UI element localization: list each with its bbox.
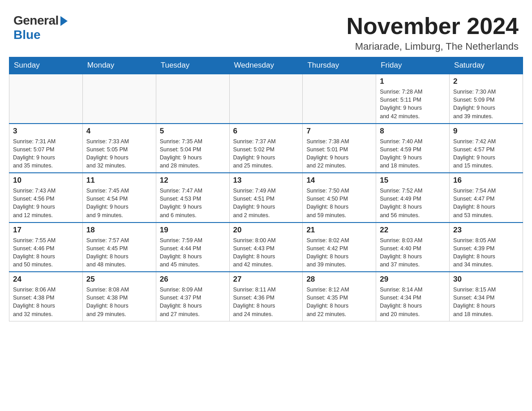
calendar-cell xyxy=(303,74,376,124)
location-subtitle: Mariarade, Limburg, The Netherlands xyxy=(347,41,519,52)
day-number: 1 xyxy=(380,77,446,86)
day-info: Sunrise: 8:14 AMSunset: 4:34 PMDaylight:… xyxy=(380,286,446,318)
day-number: 13 xyxy=(233,176,299,185)
calendar-cell: 13Sunrise: 7:49 AMSunset: 4:51 PMDayligh… xyxy=(229,173,303,223)
day-info: Sunrise: 7:30 AMSunset: 5:09 PMDaylight:… xyxy=(453,88,519,120)
day-number: 21 xyxy=(306,226,372,235)
day-number: 19 xyxy=(160,226,226,235)
day-info: Sunrise: 8:03 AMSunset: 4:40 PMDaylight:… xyxy=(380,236,446,269)
week-row-2: 3Sunrise: 7:31 AMSunset: 5:07 PMDaylight… xyxy=(9,124,523,173)
calendar-cell: 28Sunrise: 8:12 AMSunset: 4:35 PMDayligh… xyxy=(303,272,376,321)
day-number: 27 xyxy=(233,275,299,284)
col-header-monday: Monday xyxy=(82,57,156,74)
calendar-cell: 2Sunrise: 7:30 AMSunset: 5:09 PMDaylight… xyxy=(450,74,523,124)
calendar-cell: 29Sunrise: 8:14 AMSunset: 4:34 PMDayligh… xyxy=(376,272,450,321)
day-number: 10 xyxy=(13,176,79,185)
title-block: November 2024 Mariarade, Limburg, The Ne… xyxy=(347,13,519,52)
page-header: General Blue November 2024 Mariarade, Li… xyxy=(9,9,523,52)
col-header-friday: Friday xyxy=(376,57,450,74)
logo-blue-text: Blue xyxy=(13,28,41,42)
calendar-table: SundayMondayTuesdayWednesdayThursdayFrid… xyxy=(9,57,523,321)
logo-general-text: General xyxy=(13,13,59,28)
calendar-cell: 16Sunrise: 7:54 AMSunset: 4:47 PMDayligh… xyxy=(450,173,523,223)
col-header-saturday: Saturday xyxy=(450,57,523,74)
day-number: 15 xyxy=(380,176,446,185)
calendar-cell: 15Sunrise: 7:52 AMSunset: 4:49 PMDayligh… xyxy=(376,173,450,223)
day-number: 20 xyxy=(233,226,299,235)
day-number: 3 xyxy=(13,127,79,136)
day-info: Sunrise: 7:57 AMSunset: 4:45 PMDaylight:… xyxy=(86,236,152,269)
day-number: 23 xyxy=(453,226,519,235)
day-number: 5 xyxy=(160,127,226,136)
calendar-cell: 18Sunrise: 7:57 AMSunset: 4:45 PMDayligh… xyxy=(82,223,156,272)
calendar-cell: 9Sunrise: 7:42 AMSunset: 4:57 PMDaylight… xyxy=(450,124,523,173)
day-number: 14 xyxy=(306,176,372,185)
day-number: 7 xyxy=(306,127,372,136)
calendar-cell: 26Sunrise: 8:09 AMSunset: 4:37 PMDayligh… xyxy=(156,272,229,321)
day-number: 8 xyxy=(380,127,446,136)
day-info: Sunrise: 8:15 AMSunset: 4:34 PMDaylight:… xyxy=(453,286,519,318)
calendar-cell: 14Sunrise: 7:50 AMSunset: 4:50 PMDayligh… xyxy=(303,173,376,223)
day-info: Sunrise: 8:08 AMSunset: 4:38 PMDaylight:… xyxy=(86,286,152,318)
calendar-cell: 1Sunrise: 7:28 AMSunset: 5:11 PMDaylight… xyxy=(376,74,450,124)
day-info: Sunrise: 7:31 AMSunset: 5:07 PMDaylight:… xyxy=(13,137,79,170)
day-info: Sunrise: 7:50 AMSunset: 4:50 PMDaylight:… xyxy=(306,187,372,219)
col-header-wednesday: Wednesday xyxy=(229,57,303,74)
col-header-sunday: Sunday xyxy=(9,57,83,74)
day-number: 25 xyxy=(86,275,152,284)
day-number: 26 xyxy=(160,275,226,284)
calendar-header-row: SundayMondayTuesdayWednesdayThursdayFrid… xyxy=(9,57,523,74)
day-info: Sunrise: 8:06 AMSunset: 4:38 PMDaylight:… xyxy=(13,286,79,318)
calendar-cell: 20Sunrise: 8:00 AMSunset: 4:43 PMDayligh… xyxy=(229,223,303,272)
col-header-thursday: Thursday xyxy=(303,57,376,74)
calendar-cell: 30Sunrise: 8:15 AMSunset: 4:34 PMDayligh… xyxy=(450,272,523,321)
logo-arrow-icon xyxy=(60,16,68,26)
calendar-cell xyxy=(9,74,83,124)
day-info: Sunrise: 7:52 AMSunset: 4:49 PMDaylight:… xyxy=(380,187,446,219)
calendar-cell: 22Sunrise: 8:03 AMSunset: 4:40 PMDayligh… xyxy=(376,223,450,272)
day-number: 6 xyxy=(233,127,299,136)
calendar-cell: 5Sunrise: 7:35 AMSunset: 5:04 PMDaylight… xyxy=(156,124,229,173)
col-header-tuesday: Tuesday xyxy=(156,57,229,74)
day-info: Sunrise: 8:12 AMSunset: 4:35 PMDaylight:… xyxy=(306,286,372,318)
day-info: Sunrise: 7:42 AMSunset: 4:57 PMDaylight:… xyxy=(453,137,519,170)
day-number: 28 xyxy=(306,275,372,284)
calendar-cell: 3Sunrise: 7:31 AMSunset: 5:07 PMDaylight… xyxy=(9,124,83,173)
calendar-cell: 25Sunrise: 8:08 AMSunset: 4:38 PMDayligh… xyxy=(82,272,156,321)
day-info: Sunrise: 7:47 AMSunset: 4:53 PMDaylight:… xyxy=(160,187,226,219)
day-info: Sunrise: 7:43 AMSunset: 4:56 PMDaylight:… xyxy=(13,187,79,219)
day-info: Sunrise: 7:54 AMSunset: 4:47 PMDaylight:… xyxy=(453,187,519,219)
week-row-1: 1Sunrise: 7:28 AMSunset: 5:11 PMDaylight… xyxy=(9,74,523,124)
day-number: 11 xyxy=(86,176,152,185)
day-info: Sunrise: 7:28 AMSunset: 5:11 PMDaylight:… xyxy=(380,88,446,120)
day-info: Sunrise: 7:37 AMSunset: 5:02 PMDaylight:… xyxy=(233,137,299,170)
day-number: 22 xyxy=(380,226,446,235)
calendar-cell: 4Sunrise: 7:33 AMSunset: 5:05 PMDaylight… xyxy=(82,124,156,173)
calendar-cell: 27Sunrise: 8:11 AMSunset: 4:36 PMDayligh… xyxy=(229,272,303,321)
day-number: 9 xyxy=(453,127,519,136)
day-number: 18 xyxy=(86,226,152,235)
calendar-cell: 11Sunrise: 7:45 AMSunset: 4:54 PMDayligh… xyxy=(82,173,156,223)
day-number: 4 xyxy=(86,127,152,136)
day-info: Sunrise: 7:49 AMSunset: 4:51 PMDaylight:… xyxy=(233,187,299,219)
calendar-cell: 12Sunrise: 7:47 AMSunset: 4:53 PMDayligh… xyxy=(156,173,229,223)
calendar-cell: 24Sunrise: 8:06 AMSunset: 4:38 PMDayligh… xyxy=(9,272,83,321)
day-info: Sunrise: 8:02 AMSunset: 4:42 PMDaylight:… xyxy=(306,236,372,269)
day-number: 12 xyxy=(160,176,226,185)
day-number: 24 xyxy=(13,275,79,284)
logo: General Blue xyxy=(13,13,68,42)
calendar-cell: 7Sunrise: 7:38 AMSunset: 5:01 PMDaylight… xyxy=(303,124,376,173)
day-number: 2 xyxy=(453,77,519,86)
day-number: 30 xyxy=(453,275,519,284)
week-row-3: 10Sunrise: 7:43 AMSunset: 4:56 PMDayligh… xyxy=(9,173,523,223)
calendar-cell xyxy=(82,74,156,124)
day-info: Sunrise: 7:33 AMSunset: 5:05 PMDaylight:… xyxy=(86,137,152,170)
day-info: Sunrise: 8:09 AMSunset: 4:37 PMDaylight:… xyxy=(160,286,226,318)
day-number: 29 xyxy=(380,275,446,284)
day-info: Sunrise: 8:05 AMSunset: 4:39 PMDaylight:… xyxy=(453,236,519,269)
calendar-cell: 6Sunrise: 7:37 AMSunset: 5:02 PMDaylight… xyxy=(229,124,303,173)
calendar-cell: 10Sunrise: 7:43 AMSunset: 4:56 PMDayligh… xyxy=(9,173,83,223)
month-title: November 2024 xyxy=(347,13,519,39)
calendar-cell: 21Sunrise: 8:02 AMSunset: 4:42 PMDayligh… xyxy=(303,223,376,272)
day-info: Sunrise: 7:55 AMSunset: 4:46 PMDaylight:… xyxy=(13,236,79,269)
